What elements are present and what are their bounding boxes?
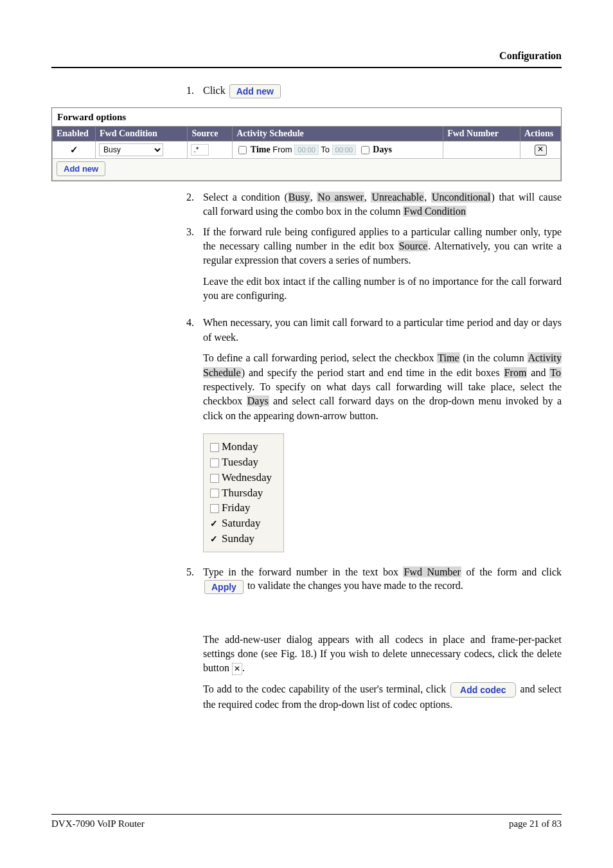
col-activity-schedule: Activity Schedule — [233, 127, 443, 141]
step-number: 2. — [177, 190, 203, 218]
hl-unreachable: Unreachable — [371, 192, 424, 203]
step-number: 4. — [177, 316, 203, 558]
days-checkbox[interactable] — [361, 146, 369, 154]
hl-fwdcondition: Fwd Condition — [403, 206, 466, 217]
checkbox-wednesday[interactable] — [210, 474, 219, 483]
hl-fwd-number: Fwd Number — [403, 566, 461, 577]
day-label: Tuesday — [222, 455, 258, 470]
step-5: 5. Type in the forward number in the tex… — [177, 565, 562, 594]
add-new-row-button[interactable]: Add new — [57, 161, 105, 176]
text: to validate the changes you have made to… — [247, 580, 463, 591]
checkbox-sunday[interactable]: ✓ — [210, 534, 219, 543]
step1-text: Click — [203, 85, 226, 96]
day-label: Friday — [222, 500, 250, 516]
text: ) and specify the period start and end t… — [242, 367, 504, 378]
hl-to: To — [549, 367, 562, 378]
add-new-button[interactable]: Add new — [229, 84, 281, 98]
add-codec-button[interactable]: Add codec — [450, 682, 516, 698]
text: Leave the edit box intact if the calling… — [203, 275, 562, 303]
hl-from: From — [504, 367, 528, 378]
page-footer: DVX-7090 VoIP Router page 21 of 83 — [51, 814, 562, 829]
hl-noanswer: No answer — [317, 192, 364, 203]
footer-right: page 21 of 83 — [509, 818, 562, 829]
checkbox-saturday[interactable]: ✓ — [210, 519, 219, 528]
to-label: To — [321, 145, 330, 154]
checkbox-tuesday[interactable] — [210, 458, 219, 467]
text: Type in the forward number in the text b… — [203, 566, 403, 577]
forward-options-panel: Forward options Enabled Fwd Condition So… — [51, 107, 562, 181]
col-source: Source — [188, 127, 233, 141]
enabled-checkbox[interactable]: ✓ — [70, 144, 78, 156]
text: . — [242, 662, 245, 673]
step-number: 3. — [177, 225, 203, 310]
day-label: Monday — [222, 439, 258, 455]
time-label: Time — [251, 145, 271, 154]
hl-unconditional: Unconditional — [431, 192, 492, 203]
checkbox-friday[interactable] — [210, 504, 219, 513]
header-rule — [51, 67, 562, 68]
text: Select a condition ( — [203, 192, 288, 203]
day-label: Thursday — [222, 485, 263, 501]
hl-source: Source — [398, 240, 428, 251]
col-actions: Actions — [520, 127, 561, 141]
hl-busy: Busy — [288, 192, 310, 203]
fwd-condition-select[interactable]: Busy — [99, 143, 163, 156]
days-dropdown-panel[interactable]: Monday Tuesday Wednesday Thursday Friday… — [203, 433, 284, 552]
fwd-number-cell[interactable] — [443, 141, 520, 159]
text: When necessary, you can limit call forwa… — [203, 316, 562, 345]
col-fwd-condition: Fwd Condition — [96, 127, 188, 141]
time-checkbox[interactable] — [238, 146, 247, 154]
col-enabled: Enabled — [53, 127, 96, 141]
checkbox-monday[interactable] — [210, 443, 219, 452]
apply-button[interactable]: Apply — [204, 580, 244, 594]
forward-options-table: Enabled Fwd Condition Source Activity Sc… — [52, 126, 561, 181]
text: of the form and click — [461, 566, 562, 577]
text: The add-new-user dialog appears with all… — [203, 634, 562, 674]
step-number: 5. — [177, 565, 203, 594]
delete-row-icon[interactable]: ✕ — [535, 145, 547, 156]
checkbox-thursday[interactable] — [210, 489, 219, 498]
day-label: Sunday — [222, 531, 254, 547]
table-row: ✓ Busy Time From 00:00 — [53, 141, 561, 159]
hl-days: Days — [247, 395, 269, 406]
to-time-input[interactable]: 00:00 — [332, 145, 357, 155]
text: To define a call forwarding period, sele… — [203, 352, 437, 363]
hl-time: Time — [437, 352, 459, 363]
footer-left: DVX-7090 VoIP Router — [51, 818, 145, 829]
day-label: Saturday — [222, 516, 260, 531]
text: and — [527, 367, 549, 378]
text: (in the column — [460, 352, 528, 363]
section-header: Configuration — [499, 50, 562, 62]
from-time-input[interactable]: 00:00 — [294, 145, 319, 155]
forward-options-title: Forward options — [52, 108, 561, 126]
source-input[interactable] — [191, 144, 209, 156]
text: To add to the codec capability of the us… — [203, 683, 449, 694]
days-label: Days — [373, 145, 392, 154]
step-4: 4. When necessary, you can limit call fo… — [177, 316, 562, 558]
step-number: 1. — [177, 84, 203, 98]
step-2: 2. Select a condition (Busy, No answer, … — [177, 190, 562, 218]
step-1: 1. Click Add new — [177, 84, 562, 98]
col-fwd-number: Fwd Number — [443, 127, 520, 141]
from-label: From — [272, 145, 292, 154]
delete-icon[interactable]: ✕ — [232, 663, 242, 675]
day-label: Wednesday — [222, 470, 272, 485]
step-3: 3. If the forward rule being configured … — [177, 225, 562, 310]
